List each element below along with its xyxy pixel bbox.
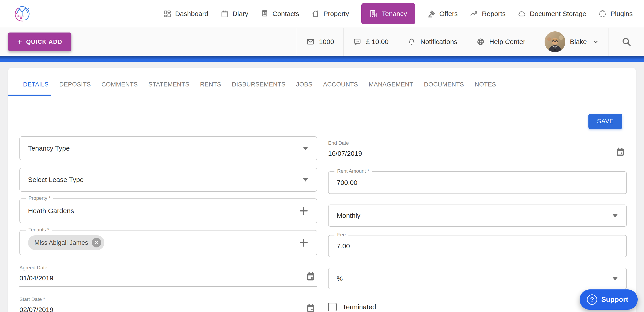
fee-unit-value: %	[337, 275, 343, 283]
dashboard-grid-icon	[163, 10, 171, 18]
help-center-button[interactable]: Help Center	[467, 28, 535, 56]
mail-count: 1000	[319, 38, 334, 46]
avatar	[544, 31, 565, 52]
house-icon	[312, 10, 320, 18]
gavel-icon	[427, 10, 436, 18]
notifications-button[interactable]: Notifications	[398, 28, 466, 56]
nav-item-property[interactable]: Property	[312, 10, 349, 18]
nav-item-tenancy[interactable]: Tenancy	[361, 3, 415, 24]
fee-field[interactable]: Fee 7.00	[328, 235, 627, 257]
tab-deposits[interactable]: DEPOSITS	[59, 81, 91, 96]
tab-management[interactable]: MANAGEMENT	[368, 81, 413, 96]
caret-down-icon	[303, 147, 308, 150]
balance-indicator[interactable]: £ 10.00	[344, 28, 398, 56]
lease-type-select[interactable]: Select Lease Type	[20, 168, 317, 192]
start-date-field[interactable]: Start Date * 02/07/2019	[20, 297, 317, 312]
form-right-column: SAVE End Date 16/07/2019	[328, 96, 627, 312]
nav-item-dashboard[interactable]: Dashboard	[163, 10, 208, 18]
envelope-icon	[306, 38, 314, 46]
balance-value: £ 10.00	[366, 38, 388, 46]
nav-item-plugins[interactable]: Plugins	[598, 10, 633, 18]
chevron-down-icon	[593, 39, 599, 45]
nav-label: Dashboard	[175, 10, 208, 17]
nav-item-document-storage[interactable]: Document Storage	[518, 10, 586, 18]
tab-accounts[interactable]: ACCOUNTS	[323, 81, 358, 96]
rent-amount-value: 700.00	[337, 179, 358, 187]
question-icon: ?	[587, 295, 597, 305]
fee-label: Fee	[334, 232, 348, 238]
tenant-chip[interactable]: Miss Abigail James ✕	[28, 235, 104, 250]
save-button[interactable]: SAVE	[588, 114, 622, 129]
add-tenant-button[interactable]	[298, 237, 309, 248]
main-area: DETAILS DEPOSITS COMMENTS STATEMENTS REN…	[0, 62, 644, 312]
nav-label: Reports	[482, 10, 506, 17]
tab-documents[interactable]: DOCUMENTS	[424, 81, 464, 96]
globe-icon	[476, 38, 485, 46]
user-name: Blake	[570, 38, 587, 46]
search-button[interactable]	[608, 28, 644, 56]
agreed-date-calendar-button[interactable]	[306, 271, 316, 282]
tab-rents[interactable]: RENTS	[200, 81, 221, 96]
accent-bar	[0, 56, 644, 62]
nav-item-contacts[interactable]: Contacts	[260, 10, 299, 18]
support-label: Support	[601, 296, 628, 304]
start-date-label: Start Date *	[20, 297, 317, 302]
app-logo[interactable]	[14, 5, 31, 22]
property-value: Heath Gardens	[28, 207, 74, 215]
terminated-checkbox[interactable]	[328, 303, 337, 311]
add-property-button[interactable]	[298, 205, 309, 216]
tenancy-type-select[interactable]: Tenancy Type	[20, 136, 317, 160]
agreed-date-value: 01/04/2019	[20, 274, 317, 282]
rent-amount-field[interactable]: Rent Amount * 700.00	[328, 171, 627, 194]
nav-item-diary[interactable]: Diary	[220, 10, 248, 18]
nav-label: Property	[323, 10, 349, 17]
tab-details[interactable]: DETAILS	[23, 81, 48, 96]
agreed-date-field[interactable]: Agreed Date 01/04/2019	[20, 265, 317, 287]
nav-item-offers[interactable]: Offers	[427, 10, 458, 18]
support-button[interactable]: ? Support	[580, 290, 638, 310]
caret-down-icon	[612, 214, 618, 217]
property-label: Property *	[26, 195, 53, 201]
quick-add-label: QUICK ADD	[26, 38, 62, 45]
tenants-field[interactable]: Tenants * Miss Abigail James ✕	[20, 230, 317, 255]
end-date-calendar-button[interactable]	[615, 147, 626, 157]
bell-icon	[408, 38, 416, 46]
form-left-column: Tenancy Type Select Lease Type Property …	[20, 96, 317, 312]
fee-unit-select[interactable]: %	[328, 268, 627, 289]
puzzle-icon	[598, 10, 607, 18]
search-icon	[622, 37, 631, 47]
toolbar-right: 1000 £ 10.00 Notifications	[297, 28, 644, 56]
fee-value: 7.00	[337, 242, 350, 250]
tab-statements[interactable]: STATEMENTS	[148, 81, 190, 96]
tab-disbursements[interactable]: DISBURSEMENTS	[232, 81, 286, 96]
nav-label: Tenancy	[382, 10, 407, 17]
nav-item-reports[interactable]: Reports	[470, 10, 506, 18]
tenants-label: Tenants *	[26, 227, 52, 233]
tab-comments[interactable]: COMMENTS	[102, 81, 138, 96]
nav-label: Offers	[439, 10, 458, 17]
calendar-icon	[220, 10, 229, 18]
trend-chart-icon	[470, 10, 478, 18]
rent-frequency-value: Monthly	[337, 212, 360, 219]
rent-frequency-select[interactable]: Monthly	[328, 205, 627, 227]
mail-counter[interactable]: 1000	[297, 28, 344, 56]
lease-type-placeholder: Select Lease Type	[28, 176, 84, 184]
property-field[interactable]: Property * Heath Gardens	[20, 198, 317, 223]
remove-tenant-button[interactable]: ✕	[92, 238, 101, 248]
top-nav: Dashboard Diary Contacts	[0, 0, 644, 27]
nav-label: Contacts	[272, 10, 299, 17]
toolbar: + QUICK ADD 1000 £ 10.00	[0, 27, 644, 56]
details-form: Tenancy Type Select Lease Type Property …	[8, 96, 636, 312]
quick-add-button[interactable]: + QUICK ADD	[8, 32, 72, 51]
user-menu[interactable]: Blake	[535, 28, 608, 56]
nav-label: Diary	[232, 10, 248, 17]
tab-notes[interactable]: NOTES	[475, 81, 496, 96]
end-date-field[interactable]: End Date 16/07/2019	[328, 140, 627, 162]
end-date-label: End Date	[328, 140, 627, 146]
close-icon: ✕	[94, 240, 99, 246]
help-center-label: Help Center	[489, 38, 525, 46]
chat-bubble-icon	[353, 38, 361, 46]
tab-jobs[interactable]: JOBS	[296, 81, 312, 96]
start-date-calendar-button[interactable]	[306, 303, 316, 312]
start-date-value: 02/07/2019	[20, 306, 317, 312]
